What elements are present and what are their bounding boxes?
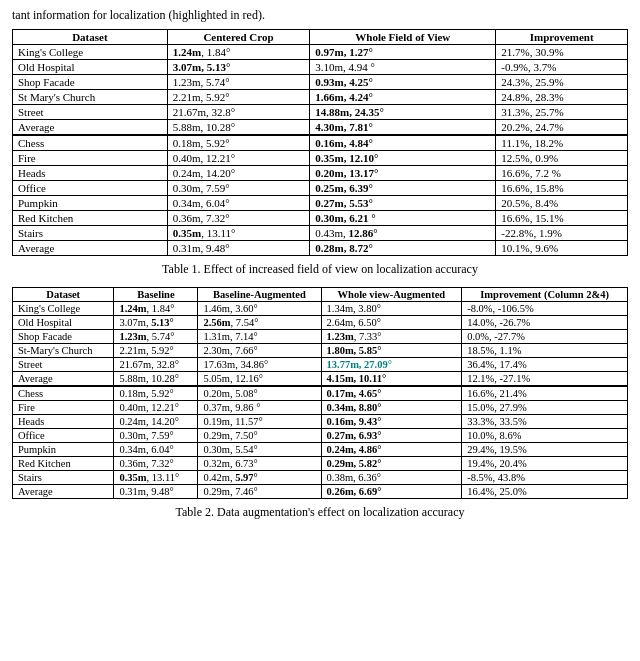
cell-whole-aug: 1.34m, 3.80° — [321, 302, 462, 316]
table-row: Shop Facade 1.23m, 5.74° 1.31m, 7.14° 1.… — [13, 330, 628, 344]
cell-whole: 0.28m, 8.72° — [310, 241, 496, 256]
cell-centered: 0.36m, 7.32° — [167, 211, 309, 226]
cell-baseline-aug: 0.29m, 7.50° — [198, 429, 321, 443]
cell-dataset: Shop Facade — [13, 330, 114, 344]
cell-whole-aug: 0.17m, 4.65° — [321, 386, 462, 401]
cell-baseline: 1.23m, 5.74° — [114, 330, 198, 344]
table1-header-centered: Centered Crop — [167, 30, 309, 45]
cell-dataset: Street — [13, 105, 168, 120]
table2-caption: Table 2. Data augmentation's effect on l… — [12, 505, 628, 520]
cell-dataset: King's College — [13, 302, 114, 316]
cell-improvement: -8.5%, 43.8% — [462, 471, 628, 485]
table-row: Chess 0.18m, 5.92° 0.16m, 4.84° 11.1%, 1… — [13, 135, 628, 151]
table1-header-dataset: Dataset — [13, 30, 168, 45]
table-row: Office 0.30m, 7.59° 0.25m, 6.39° 16.6%, … — [13, 181, 628, 196]
table1-header-whole: Whole Field of View — [310, 30, 496, 45]
cell-improvement: 14.0%, -26.7% — [462, 316, 628, 330]
table-row: Stairs 0.35m, 13.11° 0.42m, 5.97° 0.38m,… — [13, 471, 628, 485]
table2-header-improvement: Improvement (Column 2&4) — [462, 288, 628, 302]
cell-dataset: Chess — [13, 386, 114, 401]
cell-improvement: 24.3%, 25.9% — [496, 75, 628, 90]
cell-improvement: 24.8%, 28.3% — [496, 90, 628, 105]
cell-improvement: 20.2%, 24.7% — [496, 120, 628, 136]
cell-improvement: 11.1%, 18.2% — [496, 135, 628, 151]
table-row: Red Kitchen 0.36m, 7.32° 0.32m, 6.73° 0.… — [13, 457, 628, 471]
cell-whole-aug: 0.34m, 8.80° — [321, 401, 462, 415]
cell-centered: 0.18m, 5.92° — [167, 135, 309, 151]
table2-header-baseline: Baseline — [114, 288, 198, 302]
cell-improvement: -8.0%, -106.5% — [462, 302, 628, 316]
cell-dataset: Pumpkin — [13, 196, 168, 211]
cell-baseline-aug: 1.46m, 3.60° — [198, 302, 321, 316]
cell-improvement: -0.9%, 3.7% — [496, 60, 628, 75]
cell-dataset: St Mary's Church — [13, 90, 168, 105]
cell-baseline: 5.88m, 10.28° — [114, 372, 198, 387]
cell-whole: 1.66m, 4.24° — [310, 90, 496, 105]
cell-centered: 21.67m, 32.8° — [167, 105, 309, 120]
cell-improvement: 31.3%, 25.7% — [496, 105, 628, 120]
cell-whole-aug: 0.29m, 5.82° — [321, 457, 462, 471]
cell-baseline-aug: 2.30m, 7.66° — [198, 344, 321, 358]
cell-improvement: 33.3%, 33.5% — [462, 415, 628, 429]
cell-whole-aug: 0.27m, 6.93° — [321, 429, 462, 443]
table-row: Fire 0.40m, 12.21° 0.35m, 12.10° 12.5%, … — [13, 151, 628, 166]
cell-improvement: 16.6%, 15.1% — [496, 211, 628, 226]
table-row: Old Hospital 3.07m, 5.13° 3.10m, 4.94 ° … — [13, 60, 628, 75]
table-row: Heads 0.24m, 14.20° 0.19m, 11.57° 0.16m,… — [13, 415, 628, 429]
table-row: Red Kitchen 0.36m, 7.32° 0.30m, 6.21 ° 1… — [13, 211, 628, 226]
cell-dataset: Street — [13, 358, 114, 372]
cell-whole-aug: 4.15m, 10.11° — [321, 372, 462, 387]
cell-centered: 1.23m, 5.74° — [167, 75, 309, 90]
cell-whole: 14.88m, 24.35° — [310, 105, 496, 120]
cell-baseline: 0.18m, 5.92° — [114, 386, 198, 401]
cell-dataset: Fire — [13, 151, 168, 166]
cell-improvement: 10.1%, 9.6% — [496, 241, 628, 256]
table-row: Average 5.88m, 10.28° 4.30m, 7.81° 20.2%… — [13, 120, 628, 136]
table-row: Shop Facade 1.23m, 5.74° 0.93m, 4.25° 24… — [13, 75, 628, 90]
table2-header-whole-aug: Whole view-Augmented — [321, 288, 462, 302]
cell-whole: 0.43m, 12.86° — [310, 226, 496, 241]
table1-header-improvement: Improvement — [496, 30, 628, 45]
cell-baseline-aug: 0.32m, 6.73° — [198, 457, 321, 471]
cell-dataset: Average — [13, 485, 114, 499]
table-row: Average 0.31m, 9.48° 0.28m, 8.72° 10.1%,… — [13, 241, 628, 256]
table-row: Pumpkin 0.34m, 6.04° 0.30m, 5.54° 0.24m,… — [13, 443, 628, 457]
cell-dataset: Old Hospital — [13, 316, 114, 330]
cell-dataset: Office — [13, 429, 114, 443]
cell-centered: 0.34m, 6.04° — [167, 196, 309, 211]
cell-dataset: Shop Facade — [13, 75, 168, 90]
cell-whole-aug: 2.64m, 6.50° — [321, 316, 462, 330]
cell-baseline-aug: 17.63m, 34.86° — [198, 358, 321, 372]
cell-whole: 0.20m, 13.17° — [310, 166, 496, 181]
cell-improvement: 10.0%, 8.6% — [462, 429, 628, 443]
cell-baseline-aug: 0.37m, 9.86 ° — [198, 401, 321, 415]
cell-baseline-aug: 0.20m, 5.08° — [198, 386, 321, 401]
cell-whole-aug: 0.38m, 6.36° — [321, 471, 462, 485]
cell-baseline: 21.67m, 32.8° — [114, 358, 198, 372]
cell-centered: 2.21m, 5.92° — [167, 90, 309, 105]
cell-centered: 5.88m, 10.28° — [167, 120, 309, 136]
cell-centered: 0.31m, 9.48° — [167, 241, 309, 256]
cell-centered: 1.24m, 1.84° — [167, 45, 309, 60]
cell-dataset: Heads — [13, 415, 114, 429]
cell-whole: 3.10m, 4.94 ° — [310, 60, 496, 75]
cell-dataset: Stairs — [13, 471, 114, 485]
cell-centered: 0.35m, 13.11° — [167, 226, 309, 241]
cell-dataset: Fire — [13, 401, 114, 415]
cell-dataset: Average — [13, 120, 168, 136]
cell-improvement: 20.5%, 8.4% — [496, 196, 628, 211]
table-row: Street 21.67m, 32.8° 17.63m, 34.86° 13.7… — [13, 358, 628, 372]
table-row: St Mary's Church 2.21m, 5.92° 1.66m, 4.2… — [13, 90, 628, 105]
cell-baseline-aug: 0.30m, 5.54° — [198, 443, 321, 457]
cell-baseline: 0.34m, 6.04° — [114, 443, 198, 457]
cell-dataset: St-Mary's Church — [13, 344, 114, 358]
cell-baseline-aug: 0.29m, 7.46° — [198, 485, 321, 499]
intro-text: tant information for localization (highl… — [12, 8, 628, 23]
cell-baseline-aug: 0.19m, 11.57° — [198, 415, 321, 429]
table-row: Old Hospital 3.07m, 5.13° 2.56m, 7.54° 2… — [13, 316, 628, 330]
cell-baseline-aug: 1.31m, 7.14° — [198, 330, 321, 344]
table-row: Stairs 0.35m, 13.11° 0.43m, 12.86° -22.8… — [13, 226, 628, 241]
cell-improvement: 16.4%, 25.0% — [462, 485, 628, 499]
table-row: King's College 1.24m, 1.84° 1.46m, 3.60°… — [13, 302, 628, 316]
table2: Dataset Baseline Baseline-Augmented Whol… — [12, 287, 628, 499]
